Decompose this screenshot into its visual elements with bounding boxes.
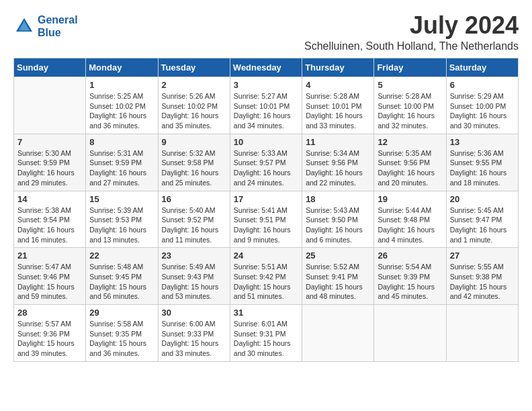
info-line: Sunset: 9:50 PM [306,216,358,224]
day-info: Sunrise: 5:43 AMSunset: 9:50 PMDaylight:… [306,205,370,245]
day-info: Sunrise: 5:49 AMSunset: 9:43 PMDaylight:… [162,262,226,302]
day-number: 1 [89,80,154,90]
info-line: Daylight: 16 hours [378,226,435,234]
calendar-cell: 10Sunrise: 5:33 AMSunset: 9:57 PMDayligh… [230,134,302,191]
info-line: Sunset: 9:43 PM [162,273,214,281]
info-line: Sunrise: 6:01 AM [234,320,287,328]
calendar-cell [446,305,518,362]
info-line: Sunrise: 5:29 AM [450,92,504,100]
info-line: and 36 minutes. [89,122,140,130]
day-number: 20 [450,194,515,204]
info-line: and 13 minutes. [89,236,140,244]
info-line: Daylight: 16 hours [306,226,363,234]
info-line: Daylight: 16 hours [234,226,291,234]
header-day-thursday: Thursday [302,58,374,77]
info-line: Daylight: 16 hours [17,226,75,234]
info-line: and 42 minutes. [450,292,500,300]
info-line: and 35 minutes. [162,122,212,130]
calendar-cell: 16Sunrise: 5:40 AMSunset: 9:52 PMDayligh… [158,191,230,248]
day-number: 25 [306,250,370,261]
calendar-cell: 1Sunrise: 5:25 AMSunset: 10:02 PMDayligh… [86,77,158,134]
info-line: Sunrise: 5:45 AM [450,206,504,214]
info-line: Sunset: 9:53 PM [89,216,142,224]
info-line: Sunset: 9:59 PM [17,158,70,167]
info-line: Daylight: 15 hours [17,339,75,347]
info-line: Daylight: 16 hours [378,111,435,120]
info-line: Sunrise: 5:25 AM [89,92,143,100]
info-line: Sunrise: 5:55 AM [450,263,504,271]
info-line: and 30 minutes. [234,349,284,357]
info-line: and 56 minutes. [89,292,140,300]
info-line: Daylight: 16 hours [89,226,146,234]
calendar-cell: 13Sunrise: 5:36 AMSunset: 9:55 PMDayligh… [446,134,518,191]
info-line: and 36 minutes. [89,349,140,357]
day-info: Sunrise: 5:44 AMSunset: 9:48 PMDaylight:… [378,205,442,245]
calendar-cell: 11Sunrise: 5:34 AMSunset: 9:56 PMDayligh… [302,134,374,191]
day-number: 17 [234,194,298,204]
info-line: Sunrise: 5:41 AM [234,206,287,214]
logo-blue: Blue [38,27,61,38]
day-info: Sunrise: 5:51 AMSunset: 9:42 PMDaylight:… [234,262,298,302]
info-line: Daylight: 16 hours [234,111,291,120]
info-line: Daylight: 15 hours [234,339,291,347]
calendar-cell: 31Sunrise: 6:01 AMSunset: 9:31 PMDayligh… [230,305,302,362]
info-line: Sunrise: 5:43 AM [306,206,359,214]
info-line: Sunrise: 5:48 AM [89,263,143,271]
calendar-table: SundayMondayTuesdayWednesdayThursdayFrid… [13,58,519,362]
info-line: Sunrise: 5:38 AM [17,206,71,214]
info-line: Sunset: 10:01 PM [234,102,290,110]
info-line: Daylight: 15 hours [17,283,75,291]
day-number: 24 [234,250,298,261]
info-line: Sunset: 9:31 PM [234,330,286,338]
day-number: 29 [89,308,154,318]
day-number: 5 [378,80,442,90]
calendar-cell: 18Sunrise: 5:43 AMSunset: 9:50 PMDayligh… [302,191,374,248]
calendar-cell: 29Sunrise: 5:58 AMSunset: 9:35 PMDayligh… [86,305,158,362]
calendar-cell: 30Sunrise: 6:00 AMSunset: 9:33 PMDayligh… [158,305,230,362]
info-line: Sunset: 10:00 PM [378,102,433,110]
calendar-cell: 15Sunrise: 5:39 AMSunset: 9:53 PMDayligh… [86,191,158,248]
info-line: Sunrise: 5:33 AM [234,149,287,157]
info-line: and 32 minutes. [378,122,428,130]
week-row-5: 28Sunrise: 5:57 AMSunset: 9:36 PMDayligh… [14,305,519,362]
info-line: Daylight: 16 hours [450,111,507,120]
header-row: SundayMondayTuesdayWednesdayThursdayFrid… [14,58,519,77]
info-line: Sunset: 9:47 PM [450,216,502,224]
info-line: Daylight: 16 hours [378,169,435,177]
calendar-cell: 2Sunrise: 5:26 AMSunset: 10:02 PMDayligh… [158,77,230,134]
info-line: Daylight: 16 hours [89,111,146,120]
day-number: 13 [450,137,515,147]
calendar-cell: 3Sunrise: 5:27 AMSunset: 10:01 PMDayligh… [230,77,302,134]
info-line: Sunset: 9:52 PM [162,216,214,224]
info-line: and 18 minutes. [450,179,500,187]
calendar-cell [14,77,86,134]
info-line: Daylight: 15 hours [234,283,291,291]
day-info: Sunrise: 5:48 AMSunset: 9:45 PMDaylight:… [89,262,154,302]
calendar-cell: 6Sunrise: 5:29 AMSunset: 10:00 PMDayligh… [446,77,518,134]
info-line: Sunset: 10:02 PM [162,102,218,110]
calendar-cell [302,305,374,362]
info-line: Sunset: 9:54 PM [17,216,70,224]
info-line: and 30 minutes. [450,122,500,130]
day-number: 12 [378,137,442,147]
info-line: Daylight: 16 hours [234,169,291,177]
info-line: Sunset: 9:36 PM [17,330,70,338]
info-line: and 59 minutes. [17,292,68,300]
header-day-tuesday: Tuesday [158,58,230,77]
info-line: Sunrise: 5:52 AM [306,263,359,271]
info-line: and 27 minutes. [89,179,140,187]
day-info: Sunrise: 5:28 AMSunset: 10:01 PMDaylight… [306,91,370,131]
info-line: Sunset: 9:48 PM [378,216,430,224]
calendar-cell: 20Sunrise: 5:45 AMSunset: 9:47 PMDayligh… [446,191,518,248]
info-line: and 45 minutes. [378,292,428,300]
info-line: Sunset: 9:42 PM [234,273,286,281]
day-number: 27 [450,250,515,261]
calendar-cell: 22Sunrise: 5:48 AMSunset: 9:45 PMDayligh… [86,248,158,305]
logo-icon [13,15,35,37]
info-line: Daylight: 16 hours [306,111,363,120]
day-info: Sunrise: 5:45 AMSunset: 9:47 PMDaylight:… [450,205,515,245]
day-info: Sunrise: 5:38 AMSunset: 9:54 PMDaylight:… [17,205,82,245]
info-line: Sunrise: 5:31 AM [89,149,143,157]
info-line: Daylight: 16 hours [162,111,219,120]
day-number: 26 [378,250,442,261]
